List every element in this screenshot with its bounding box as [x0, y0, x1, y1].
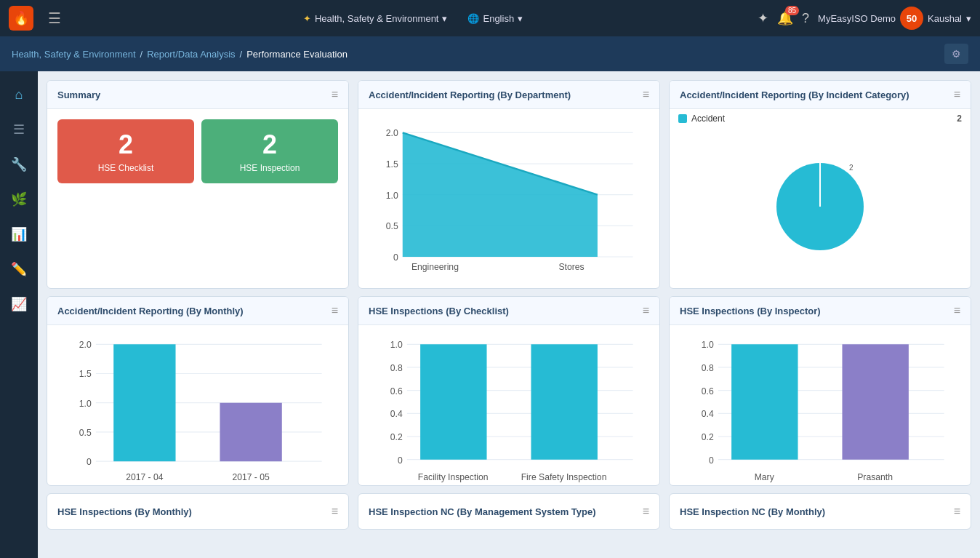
- breadcrumb-sep2: /: [240, 49, 243, 60]
- brand-icon: 🔥: [9, 6, 33, 31]
- svg-text:0: 0: [398, 455, 403, 466]
- accident-monthly-menu-icon[interactable]: ≡: [332, 304, 338, 317]
- summary-card: Summary ≡ 2 HSE Checklist 2 HSE Inspecti…: [47, 80, 349, 289]
- language-label: English: [483, 13, 514, 24]
- svg-rect-28: [220, 403, 281, 461]
- svg-text:2: 2: [849, 164, 854, 172]
- hamburger-menu-icon[interactable]: ☰: [48, 9, 61, 27]
- help-icon: ?: [802, 11, 809, 26]
- legend-value: 2: [957, 113, 962, 124]
- svg-text:Stores: Stores: [558, 262, 584, 272]
- sidebar-item-analytics[interactable]: 📈: [3, 288, 35, 320]
- navbar: 🔥 ☰ ✦ Health, Safety & Environment ▾ 🌐 E…: [0, 0, 980, 36]
- svg-text:0.5: 0.5: [79, 428, 92, 438]
- language-nav-item[interactable]: 🌐 English ▾: [459, 9, 531, 28]
- network-btn[interactable]: ✦: [758, 10, 768, 26]
- legend-dot: [678, 114, 687, 123]
- svg-rect-43: [420, 344, 486, 459]
- accident-monthly-card: Accident/Incident Reporting (By Monthly)…: [47, 296, 349, 486]
- hse-checklist-svg: 1.0 0.8 0.6 0.4 0.2 0 Facility Inspectio…: [367, 331, 651, 486]
- nav-right: ✦ 🔔 85 ? MyEasyISO Demo 50 Kaushal ▾: [758, 7, 971, 30]
- svg-text:Mary: Mary: [755, 472, 775, 482]
- hse-nav-arrow: ▾: [442, 13, 447, 24]
- hse-nav-label: Health, Safety & Environment: [315, 13, 439, 24]
- sidebar-item-reports[interactable]: 📊: [3, 218, 35, 250]
- navbar-center: ✦ Health, Safety & Environment ▾ 🌐 Engli…: [76, 9, 750, 28]
- hse-checklist-title: HSE Inspections (By Checklist): [369, 306, 509, 316]
- language-arrow: ▾: [518, 13, 523, 24]
- accident-dept-chart: 2.0 1.5 1.0 0.5 0 Engineering Stores: [358, 109, 659, 269]
- svg-text:0: 0: [709, 455, 714, 466]
- globe-icon: 🌐: [467, 13, 479, 24]
- dashboard-grid-row1: Summary ≡ 2 HSE Checklist 2 HSE Inspecti…: [47, 80, 971, 289]
- hse-nav-item[interactable]: ✦ Health, Safety & Environment ▾: [294, 9, 457, 28]
- sidebar-item-tools[interactable]: 🔧: [3, 148, 35, 180]
- summary-card-header: Summary ≡: [47, 81, 348, 109]
- svg-text:1.0: 1.0: [386, 191, 398, 201]
- svg-text:2.0: 2.0: [79, 340, 92, 350]
- sidebar: ⌂ ☰ 🔧 🌿 📊 ✏️ 📈: [0, 71, 38, 558]
- sidebar-item-edit[interactable]: ✏️: [3, 253, 35, 285]
- breadcrumb-hse[interactable]: Health, Safety & Environment: [12, 49, 136, 60]
- hse-checklist-chart: 1.0 0.8 0.6 0.4 0.2 0 Facility Inspectio…: [358, 325, 659, 485]
- summary-card-menu-icon[interactable]: ≡: [332, 88, 338, 101]
- accident-monthly-chart: 2.0 1.5 1.0 0.5 0 2017 - 04 2017 - 05: [47, 325, 348, 485]
- hse-checklist-menu-icon[interactable]: ≡: [643, 304, 649, 317]
- tools-icon: 🔧: [11, 156, 27, 172]
- hse-inspector-menu-icon[interactable]: ≡: [954, 304, 960, 317]
- user-menu[interactable]: MyEasyISO Demo 50 Kaushal ▾: [818, 7, 971, 30]
- home-icon: ⌂: [15, 87, 23, 103]
- help-btn[interactable]: ?: [802, 11, 809, 26]
- dashboard-grid-row3: HSE Inspections (By Monthly) ≡ HSE Inspe…: [47, 493, 971, 530]
- sidebar-item-environment[interactable]: 🌿: [3, 183, 35, 215]
- svg-rect-60: [842, 344, 908, 459]
- settings-button[interactable]: ⚙: [944, 44, 968, 64]
- hse-nc-monthly-menu-icon[interactable]: ≡: [954, 505, 960, 518]
- accident-category-menu-icon[interactable]: ≡: [954, 88, 960, 101]
- main-content: Summary ≡ 2 HSE Checklist 2 HSE Inspecti…: [38, 71, 980, 558]
- breadcrumb-current: Performance Evaluation: [246, 49, 348, 60]
- summary-card-title: Summary: [57, 89, 100, 100]
- svg-text:0.6: 0.6: [390, 386, 403, 396]
- accident-dept-menu-icon[interactable]: ≡: [643, 88, 649, 101]
- accident-category-title: Accident/Incident Reporting (By Incident…: [680, 89, 909, 100]
- hse-nc-mgmt-menu-icon[interactable]: ≡: [643, 505, 649, 518]
- svg-text:Prasanth: Prasanth: [857, 472, 893, 482]
- hse-inspection-box[interactable]: 2 HSE Inspection: [201, 119, 338, 183]
- svg-text:1.0: 1.0: [79, 399, 92, 409]
- hse-checklist-count: 2: [119, 129, 133, 160]
- svg-text:2017 - 05: 2017 - 05: [232, 472, 270, 482]
- hse-nc-monthly-card-partial: HSE Inspection NC (By Monthly) ≡: [669, 493, 971, 530]
- legend-label: Accident: [691, 113, 725, 124]
- breadcrumb-sep1: /: [140, 49, 143, 60]
- svg-text:Engineering: Engineering: [411, 262, 459, 272]
- layout: ⌂ ☰ 🔧 🌿 📊 ✏️ 📈 Summary ≡: [0, 71, 980, 558]
- hse-inspection-count: 2: [262, 129, 277, 160]
- accident-monthly-header: Accident/Incident Reporting (By Monthly)…: [47, 297, 348, 325]
- sidebar-item-home[interactable]: ⌂: [3, 79, 35, 111]
- hse-checklist-card: HSE Inspections (By Checklist) ≡ 1.0: [358, 296, 660, 486]
- hse-monthly-menu-icon[interactable]: ≡: [332, 505, 338, 518]
- sidebar-item-list[interactable]: ☰: [3, 113, 35, 146]
- accident-dept-title: Accident/Incident Reporting (By Departme…: [369, 89, 571, 100]
- hse-checklist-box[interactable]: 2 HSE Checklist: [57, 119, 194, 183]
- accident-category-card: Accident/Incident Reporting (By Incident…: [669, 80, 971, 289]
- svg-text:0.4: 0.4: [702, 409, 714, 419]
- brand[interactable]: 🔥: [9, 6, 33, 31]
- hse-inspector-title: HSE Inspections (By Inspector): [680, 306, 821, 316]
- accident-category-header: Accident/Incident Reporting (By Incident…: [670, 81, 971, 109]
- svg-text:Facility Inspection: Facility Inspection: [418, 472, 489, 482]
- breadcrumb-report[interactable]: Report/Data Analysis: [147, 49, 235, 60]
- hse-inspection-label: HSE Inspection: [240, 163, 300, 173]
- accident-monthly-title: Accident/Incident Reporting (By Monthly): [57, 306, 244, 316]
- svg-text:0.4: 0.4: [390, 409, 403, 419]
- svg-text:2.0: 2.0: [386, 128, 398, 138]
- list-icon: ☰: [13, 121, 25, 137]
- svg-rect-59: [731, 344, 798, 459]
- hse-inspector-card: HSE Inspections (By Inspector) ≡ 1.0: [669, 296, 971, 486]
- svg-rect-27: [113, 344, 175, 461]
- svg-marker-10: [403, 132, 598, 257]
- svg-text:1.5: 1.5: [386, 159, 398, 170]
- notifications-btn[interactable]: 🔔 85: [777, 10, 793, 26]
- summary-boxes: 2 HSE Checklist 2 HSE Inspection: [47, 109, 348, 194]
